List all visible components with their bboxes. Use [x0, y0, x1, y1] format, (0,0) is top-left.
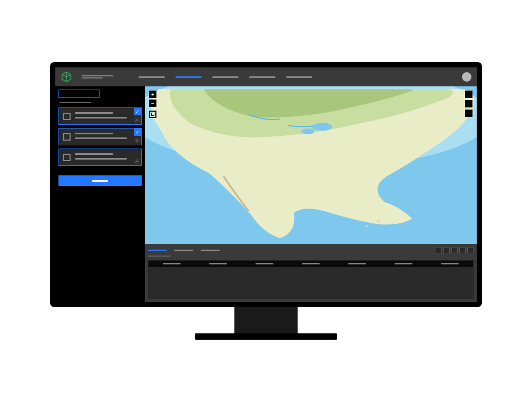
sidebar-subtitle	[60, 102, 91, 103]
panel-icon-1[interactable]	[444, 247, 450, 253]
title-line	[82, 75, 113, 76]
cube-logo-icon	[61, 71, 72, 83]
svg-point-1	[136, 140, 138, 142]
svg-point-6	[301, 129, 315, 134]
bottom-tab-1[interactable]	[174, 250, 193, 251]
sidebar-tabs	[58, 90, 142, 98]
bottom-tab-0[interactable]	[148, 250, 167, 251]
card-checkbox[interactable]	[63, 154, 71, 161]
zoom-in-button[interactable]: +	[149, 91, 156, 98]
layer-card-2[interactable]	[58, 149, 142, 166]
panel-action-icons	[436, 247, 474, 253]
gear-icon[interactable]	[134, 159, 140, 164]
nav-item-1[interactable]	[175, 76, 202, 78]
app-title	[82, 75, 113, 78]
column-header-6[interactable]	[427, 261, 473, 267]
svg-point-9	[366, 225, 368, 227]
card-checkbox[interactable]	[63, 113, 71, 120]
column-header-1[interactable]	[195, 261, 241, 267]
nav-item-4[interactable]	[286, 76, 312, 78]
app-screen: ✓ ✓	[55, 67, 477, 302]
nav-item-3[interactable]	[249, 76, 275, 78]
panel-subtitle	[148, 255, 171, 257]
bottom-tabs	[148, 247, 474, 253]
column-header-2[interactable]	[241, 261, 288, 267]
svg-point-8	[391, 222, 393, 224]
map-viewport[interactable]: + −	[145, 86, 477, 244]
layer-card-1[interactable]: ✓	[58, 128, 142, 145]
svg-point-2	[136, 161, 138, 162]
check-icon[interactable]: ✓	[134, 129, 141, 136]
monitor-frame: ✓ ✓	[50, 62, 482, 307]
nav-bar	[139, 76, 312, 78]
check-icon[interactable]: ✓	[134, 108, 141, 115]
svg-point-0	[136, 120, 138, 121]
nav-item-0[interactable]	[139, 76, 165, 78]
column-header-3[interactable]	[288, 261, 334, 267]
sidebar-tab-1[interactable]	[101, 90, 142, 98]
user-avatar[interactable]	[462, 72, 471, 82]
map-tool-1[interactable]	[465, 100, 472, 107]
layer-card-0[interactable]: ✓	[58, 107, 142, 125]
panel-icon-0[interactable]	[436, 247, 442, 253]
gear-icon[interactable]	[134, 117, 140, 123]
bottom-panel	[145, 244, 477, 302]
title-subline	[82, 77, 103, 78]
map-tool-controls	[465, 91, 472, 117]
card-text	[75, 112, 130, 118]
column-header-0[interactable]	[149, 261, 195, 267]
nav-item-2[interactable]	[212, 76, 239, 78]
left-sidebar: ✓ ✓	[55, 86, 145, 302]
content-area: ✓ ✓	[55, 86, 477, 302]
attribute-table[interactable]	[148, 260, 474, 299]
map-canvas[interactable]	[145, 86, 477, 244]
main-panel: + −	[145, 86, 477, 302]
gear-icon[interactable]	[134, 138, 140, 143]
table-header	[149, 261, 473, 267]
home-extent-button[interactable]	[149, 111, 156, 118]
table-body[interactable]	[149, 267, 473, 298]
column-header-5[interactable]	[380, 261, 427, 267]
panel-icon-2[interactable]	[451, 247, 458, 253]
column-header-4[interactable]	[334, 261, 380, 267]
panel-icon-3[interactable]	[459, 247, 466, 253]
card-text	[75, 153, 130, 160]
monitor-base	[195, 333, 337, 340]
monitor-stand	[234, 307, 298, 334]
svg-point-5	[312, 123, 332, 131]
map-tool-2[interactable]	[465, 110, 472, 117]
zoom-out-button[interactable]: −	[149, 100, 156, 107]
app-header	[55, 67, 477, 86]
panel-icon-4[interactable]	[467, 247, 474, 253]
sidebar-tab-0[interactable]	[58, 90, 100, 98]
card-checkbox[interactable]	[63, 133, 71, 141]
primary-action-button[interactable]	[58, 175, 142, 186]
map-zoom-controls: + −	[149, 91, 156, 118]
map-tool-0[interactable]	[465, 91, 472, 98]
svg-point-7	[377, 220, 380, 223]
card-text	[75, 133, 130, 139]
bottom-tab-2[interactable]	[201, 250, 220, 251]
